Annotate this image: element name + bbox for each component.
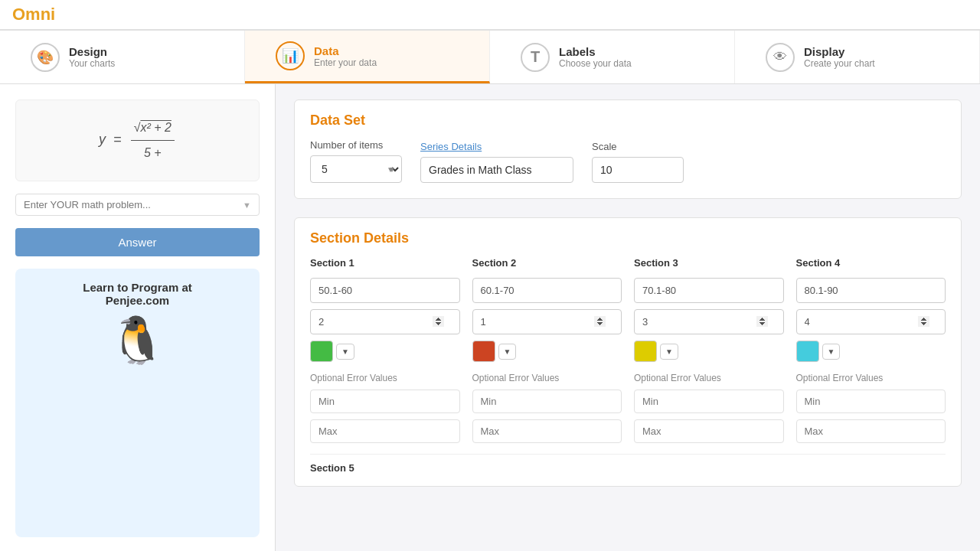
sidebar: y = √x² + 2 5 + ▼ Answer Learn to Progra… bbox=[0, 84, 276, 551]
section-2-color-swatch[interactable] bbox=[472, 341, 495, 362]
section-4-col: Section 4 ▼ Optional Error Values bbox=[796, 257, 946, 443]
section-4-color-dropdown-btn[interactable]: ▼ bbox=[822, 344, 841, 360]
math-formula: y = √x² + 2 5 + bbox=[31, 116, 243, 165]
tab-display[interactable]: 👁 Display Create your chart bbox=[735, 31, 980, 83]
section-4-color-row: ▼ bbox=[796, 341, 946, 362]
dropdown-arrow-icon: ▼ bbox=[243, 201, 251, 210]
section-1-count-wrapper bbox=[310, 309, 460, 334]
series-details-label: Series Details bbox=[420, 141, 573, 152]
tab-design-subtitle: Your charts bbox=[69, 58, 115, 69]
tab-display-subtitle: Create your chart bbox=[804, 58, 875, 69]
number-of-items-select-wrapper[interactable]: 5 1 2 3 4 6 7 ▼ bbox=[310, 155, 402, 183]
tab-data[interactable]: 📊 Data Enter your data bbox=[245, 31, 490, 83]
section-4-title: Section 4 bbox=[796, 257, 946, 269]
section-2-title: Section 2 bbox=[472, 257, 622, 269]
math-problem-input[interactable] bbox=[24, 199, 243, 210]
series-details-input[interactable] bbox=[420, 157, 573, 183]
section-2-count-input[interactable] bbox=[472, 309, 622, 334]
tab-data-subtitle: Enter your data bbox=[314, 57, 377, 68]
section-1-color-dropdown-btn[interactable]: ▼ bbox=[336, 344, 354, 360]
display-icon: 👁 bbox=[766, 43, 795, 72]
section-3-count-input[interactable] bbox=[634, 309, 784, 334]
section-4-color-swatch[interactable] bbox=[796, 341, 819, 362]
section-1-color-row: ▼ bbox=[310, 341, 460, 362]
number-of-items-group: Number of items 5 1 2 3 4 6 7 ▼ bbox=[310, 139, 402, 183]
section-4-count-wrapper bbox=[796, 309, 946, 334]
content-area: Data Set Number of items 5 1 2 3 4 6 bbox=[276, 84, 980, 551]
labels-icon: T bbox=[521, 43, 550, 72]
section-1-col: Section 1 ▼ Optional Error Values bbox=[310, 257, 460, 443]
section-3-optional-label: Optional Error Values bbox=[634, 373, 784, 383]
section-3-color-swatch[interactable] bbox=[634, 341, 657, 362]
math-fraction: √x² + 2 5 + bbox=[131, 116, 175, 165]
section-1-max-input[interactable] bbox=[310, 419, 460, 443]
section-3-min-input[interactable] bbox=[634, 390, 784, 413]
section-4-range-input[interactable] bbox=[796, 278, 946, 303]
section-4-min-input[interactable] bbox=[796, 390, 946, 413]
dataset-title: Data Set bbox=[310, 112, 946, 129]
section-1-title: Section 1 bbox=[310, 257, 460, 269]
data-icon: 📊 bbox=[276, 41, 305, 70]
section-2-color-dropdown-btn[interactable]: ▼ bbox=[498, 344, 517, 360]
section-1-count-input[interactable] bbox=[310, 309, 460, 334]
section-3-color-dropdown-btn[interactable]: ▼ bbox=[660, 344, 678, 360]
section-3-range-input[interactable] bbox=[634, 278, 784, 303]
main-layout: y = √x² + 2 5 + ▼ Answer Learn to Progra… bbox=[0, 84, 980, 551]
tab-display-title: Display bbox=[804, 45, 875, 58]
section-3-col: Section 3 ▼ Optional Error Values bbox=[634, 257, 784, 443]
section-details-title: Section Details bbox=[310, 230, 946, 246]
section-2-color-row: ▼ bbox=[472, 341, 622, 362]
tab-labels-subtitle: Choose your data bbox=[559, 58, 632, 69]
logo: Omni bbox=[12, 5, 55, 24]
tab-data-title: Data bbox=[314, 44, 377, 57]
section-2-max-input[interactable] bbox=[472, 419, 622, 443]
section-5-title: Section 5 bbox=[310, 454, 946, 474]
promo-title: Learn to Program atPenjee.com bbox=[28, 281, 247, 307]
number-of-items-label: Number of items bbox=[310, 139, 402, 151]
top-bar: Omni bbox=[0, 0, 980, 31]
answer-button[interactable]: Answer bbox=[15, 228, 260, 256]
section-1-range-input[interactable] bbox=[310, 278, 460, 303]
section-1-color-swatch[interactable] bbox=[310, 341, 333, 362]
tab-labels[interactable]: T Labels Choose your data bbox=[490, 31, 735, 83]
section-2-range-input[interactable] bbox=[472, 278, 622, 303]
section-3-color-row: ▼ bbox=[634, 341, 784, 362]
section-1-optional-label: Optional Error Values bbox=[310, 373, 460, 383]
promo-box: Learn to Program atPenjee.com 🐧 bbox=[15, 269, 260, 537]
math-formula-box: y = √x² + 2 5 + bbox=[15, 99, 260, 181]
section-4-max-input[interactable] bbox=[796, 419, 946, 443]
tab-design-title: Design bbox=[69, 45, 115, 58]
sections-container: Section Details Section 1 ▼ Optional Err… bbox=[294, 217, 962, 487]
scale-label: Scale bbox=[592, 141, 684, 152]
scale-input[interactable] bbox=[592, 157, 684, 183]
section-2-min-input[interactable] bbox=[472, 390, 622, 413]
tab-design[interactable]: 🎨 Design Your charts bbox=[0, 31, 245, 83]
promo-image: 🐧 bbox=[28, 313, 247, 367]
section-3-max-input[interactable] bbox=[634, 419, 784, 443]
number-of-items-select[interactable]: 5 1 2 3 4 6 7 bbox=[310, 155, 402, 183]
scale-group: Scale bbox=[592, 141, 684, 183]
design-icon: 🎨 bbox=[31, 43, 60, 72]
tab-labels-title: Labels bbox=[559, 45, 632, 58]
sections-grid: Section 1 ▼ Optional Error Values Sec bbox=[310, 257, 946, 443]
section-2-count-wrapper bbox=[472, 309, 622, 334]
series-details-group: Series Details bbox=[420, 141, 573, 183]
series-details-link[interactable]: Series Details bbox=[420, 141, 482, 152]
section-2-col: Section 2 ▼ Optional Error Values bbox=[472, 257, 622, 443]
section-3-count-wrapper bbox=[634, 309, 784, 334]
section-4-optional-label: Optional Error Values bbox=[796, 373, 946, 383]
nav-tabs: 🎨 Design Your charts 📊 Data Enter your d… bbox=[0, 31, 980, 84]
section-4-count-input[interactable] bbox=[796, 309, 946, 334]
section-2-optional-label: Optional Error Values bbox=[472, 373, 622, 383]
section-3-title: Section 3 bbox=[634, 257, 784, 269]
dataset-section: Data Set Number of items 5 1 2 3 4 6 bbox=[294, 99, 962, 199]
math-input-row[interactable]: ▼ bbox=[15, 194, 260, 216]
section-1-min-input[interactable] bbox=[310, 390, 460, 413]
